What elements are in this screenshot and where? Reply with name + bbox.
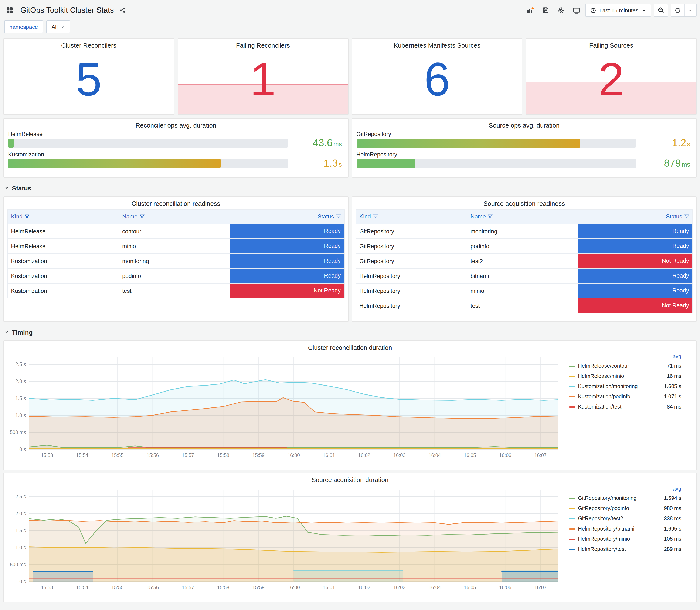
tv-mode-icon[interactable] <box>570 4 583 17</box>
svg-text:15:57: 15:57 <box>182 452 194 458</box>
table-row: Kustomization test Not Ready <box>7 283 344 298</box>
gauge-value: 43.6ms <box>313 137 342 149</box>
table-row: HelmRepository bitnami Ready <box>356 269 693 283</box>
svg-text:15:56: 15:56 <box>147 452 159 458</box>
refresh-interval-dropdown[interactable] <box>684 4 696 16</box>
timeseries-plot[interactable]: 15:5315:5415:5515:5615:5715:5815:5916:00… <box>7 352 564 460</box>
legend-item[interactable]: Kustomization/monitoring 1.605 s <box>569 381 681 391</box>
column-header-status[interactable]: Status <box>230 209 344 224</box>
filter-funnel-icon[interactable] <box>336 214 341 219</box>
series-avg-value: 1.071 s <box>664 394 681 400</box>
series-avg-value: 980 ms <box>664 505 681 511</box>
status-badge: Not Ready <box>578 254 693 268</box>
svg-text:16:04: 16:04 <box>429 452 441 458</box>
gauge-value: 879ms <box>664 157 690 169</box>
table-row: Kustomization podinfo Ready <box>7 269 344 283</box>
series-avg-value: 289 ms <box>664 546 681 552</box>
filter-funnel-icon[interactable] <box>25 214 29 219</box>
filter-funnel-icon[interactable] <box>684 214 689 219</box>
stat-panel-title[interactable]: Kubernetes Manifests Sources <box>352 39 522 50</box>
zoom-out-button[interactable] <box>654 4 668 17</box>
svg-text:1.0 s: 1.0 s <box>15 413 26 418</box>
series-color-mark <box>569 396 575 397</box>
panel-title[interactable]: Source acquisition readiness <box>356 197 693 208</box>
dashboards-grid-icon[interactable] <box>3 4 16 17</box>
status-badge: Ready <box>578 224 693 239</box>
chart-legend: avg HelmRelease/contour 71 ms HelmReleas… <box>564 352 683 460</box>
legend-item[interactable]: HelmRepository/minio 108 ms <box>569 534 681 544</box>
gauge-row: Kustomization 1.3s <box>8 151 344 168</box>
cell-name: minio <box>118 239 230 254</box>
column-header-kind[interactable]: Kind <box>7 209 118 224</box>
panel-title[interactable]: Source acquisition duration <box>7 473 693 485</box>
legend-avg-header[interactable]: avg <box>569 353 681 361</box>
legend-avg-header[interactable]: avg <box>569 485 681 493</box>
cell-name: minio <box>467 283 578 298</box>
legend-item[interactable]: GitRepository/podinfo 980 ms <box>569 503 681 514</box>
panel-title[interactable]: Reconciler ops avg. duration <box>8 118 344 130</box>
svg-text:16:02: 16:02 <box>358 452 370 458</box>
cell-status: Ready <box>230 239 344 254</box>
stat-panel-title[interactable]: Cluster Reconcilers <box>4 39 174 50</box>
legend-item[interactable]: HelmRepository/test 289 ms <box>569 544 681 554</box>
gauge-bar <box>8 159 221 168</box>
filter-funnel-icon[interactable] <box>140 214 144 219</box>
table-row: GitRepository test2 Not Ready <box>356 254 693 269</box>
gear-icon[interactable] <box>555 4 567 17</box>
legend-item[interactable]: HelmRepository/bitnami 1.695 s <box>569 524 681 534</box>
column-header-kind[interactable]: Kind <box>356 209 467 224</box>
column-header-name[interactable]: Name <box>118 209 230 224</box>
svg-text:1.0 s: 1.0 s <box>15 545 26 550</box>
section-timing-label: Timing <box>12 328 33 336</box>
legend-item[interactable]: Kustomization/test 84 ms <box>569 402 681 412</box>
filter-funnel-icon[interactable] <box>373 214 378 219</box>
status-badge: Ready <box>230 269 344 283</box>
cell-name: monitoring <box>118 254 230 269</box>
section-status[interactable]: Status <box>3 182 697 194</box>
svg-text:1.5 s: 1.5 s <box>15 396 26 401</box>
cell-status: Ready <box>578 269 693 283</box>
column-header-name[interactable]: Name <box>467 209 578 224</box>
svg-text:0 s: 0 s <box>19 579 26 584</box>
series-name: GitRepository/podinfo <box>578 505 661 511</box>
save-icon[interactable] <box>539 4 552 17</box>
refresh-button-group <box>671 4 697 17</box>
stat-panel-title[interactable]: Failing Sources <box>526 39 696 50</box>
share-icon[interactable] <box>117 5 128 15</box>
column-header-status[interactable]: Status <box>578 209 693 224</box>
section-timing[interactable]: Timing <box>3 326 697 338</box>
table-row: HelmRepository minio Ready <box>356 283 693 298</box>
time-range-picker[interactable]: Last 15 minutes <box>585 4 651 17</box>
cell-status: Ready <box>578 283 693 298</box>
status-badge: Ready <box>578 239 693 253</box>
legend-item[interactable]: GitRepository/monitoring 1.594 s <box>569 493 681 503</box>
svg-text:0 s: 0 s <box>19 447 26 452</box>
cell-kind: HelmRepository <box>356 269 467 283</box>
gauge-row: HelmRelease 43.6ms <box>8 131 344 147</box>
refresh-button[interactable] <box>671 4 684 16</box>
stat-panel-title[interactable]: Failing Reconcilers <box>178 39 348 50</box>
add-panel-icon[interactable] <box>524 4 537 17</box>
filter-funnel-icon[interactable] <box>488 214 493 219</box>
legend-item[interactable]: HelmRelease/minio 16 ms <box>569 371 681 381</box>
table-row: HelmRepository test Not Ready <box>356 298 693 313</box>
svg-text:16:07: 16:07 <box>534 585 547 590</box>
panel-title[interactable]: Cluster reconciliation readiness <box>7 197 344 208</box>
timeseries-panel: Cluster reconciliation duration 15:5315:… <box>3 340 697 470</box>
namespace-variable-label[interactable]: namespace <box>4 20 43 33</box>
cell-name: test2 <box>467 254 578 269</box>
svg-text:16:04: 16:04 <box>429 585 441 590</box>
series-avg-value: 71 ms <box>667 363 681 369</box>
status-badge: Ready <box>578 269 693 283</box>
namespace-variable-value[interactable]: All <box>46 20 70 33</box>
panel-title[interactable]: Cluster reconciliation duration <box>7 341 693 352</box>
svg-text:15:55: 15:55 <box>111 452 124 458</box>
series-name: HelmRepository/test <box>578 546 661 552</box>
legend-item[interactable]: Kustomization/podinfo 1.071 s <box>569 391 681 402</box>
chart-body: 15:5315:5415:5515:5615:5715:5815:5916:00… <box>7 485 693 593</box>
cell-name: bitnami <box>467 269 578 283</box>
panel-title[interactable]: Source ops avg. duration <box>356 118 692 130</box>
legend-item[interactable]: HelmRelease/contour 71 ms <box>569 361 681 371</box>
legend-item[interactable]: GitRepository/test2 338 ms <box>569 514 681 524</box>
timeseries-plot[interactable]: 15:5315:5415:5515:5615:5715:5815:5916:00… <box>7 485 564 593</box>
